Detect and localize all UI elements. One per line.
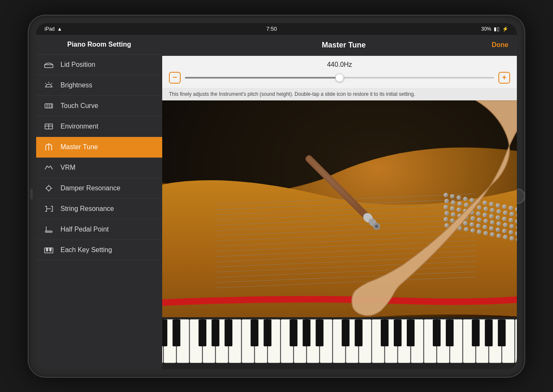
svg-point-114 xyxy=(484,231,488,235)
sidebar-item-vrm[interactable]: VRM xyxy=(36,158,162,178)
svg-point-103 xyxy=(489,226,493,230)
sidebar-item-master-tune[interactable]: Master Tune xyxy=(36,137,162,158)
svg-rect-150 xyxy=(162,319,167,346)
svg-point-54 xyxy=(483,200,487,205)
sidebar-item-each-key[interactable]: Each Key Setting xyxy=(36,240,162,260)
wifi-icon: ▲ xyxy=(57,26,62,32)
svg-point-61 xyxy=(451,200,455,204)
svg-point-88 xyxy=(471,216,475,220)
status-bar: iPad ▲ 7:50 30% ▮▯ ⚡ xyxy=(36,23,517,35)
svg-point-57 xyxy=(502,204,506,208)
svg-point-106 xyxy=(509,230,513,234)
svg-point-67 xyxy=(490,208,494,212)
svg-point-104 xyxy=(496,227,500,232)
svg-point-52 xyxy=(470,198,474,202)
svg-point-117 xyxy=(503,235,507,239)
svg-rect-151 xyxy=(173,319,181,346)
svg-point-82 xyxy=(509,218,513,222)
svg-rect-160 xyxy=(342,319,350,346)
svg-point-78 xyxy=(483,213,487,217)
piano-image-area xyxy=(162,100,517,369)
master-tune-label: Master Tune xyxy=(61,143,98,151)
svg-point-91 xyxy=(490,220,494,224)
svg-point-102 xyxy=(483,225,487,229)
svg-line-14 xyxy=(49,144,52,145)
volume-button xyxy=(30,189,33,200)
svg-point-113 xyxy=(477,229,481,234)
svg-rect-29 xyxy=(50,248,51,251)
svg-point-73 xyxy=(450,206,454,210)
svg-point-62 xyxy=(458,201,462,205)
device-screen: iPad ▲ 7:50 30% ▮▯ ⚡ Piano Room Setting xyxy=(36,23,517,369)
half-pedal-label: Half Pedal Point xyxy=(61,226,109,233)
sidebar-item-touch-curve[interactable]: Touch Curve xyxy=(36,96,162,116)
svg-rect-28 xyxy=(47,248,47,251)
brightness-icon xyxy=(43,81,55,90)
environment-icon xyxy=(43,122,55,131)
slider-decrease-button[interactable]: − xyxy=(169,72,181,84)
svg-rect-0 xyxy=(45,65,53,68)
svg-point-108 xyxy=(445,223,449,227)
damper-resonance-icon xyxy=(43,184,55,193)
svg-rect-154 xyxy=(224,319,232,346)
svg-point-74 xyxy=(457,207,461,211)
device-label: iPad xyxy=(45,26,55,32)
svg-point-89 xyxy=(477,217,481,221)
svg-rect-163 xyxy=(394,319,402,346)
lid-position-label: Lid Position xyxy=(61,61,95,68)
done-button[interactable]: Done xyxy=(492,41,508,49)
slider-thumb[interactable] xyxy=(335,74,344,82)
touch-curve-icon xyxy=(43,101,55,110)
svg-rect-162 xyxy=(381,319,389,346)
svg-point-51 xyxy=(463,197,467,201)
string-resonance-label: String Resonance xyxy=(61,205,114,213)
tune-control: 440.0Hz − + xyxy=(162,56,517,88)
slider-fill xyxy=(185,77,340,79)
svg-rect-167 xyxy=(472,319,480,346)
sidebar-item-damper-resonance[interactable]: Damper Resonance xyxy=(36,178,162,199)
piano-background xyxy=(162,100,517,369)
half-pedal-icon xyxy=(43,225,55,234)
master-tune-icon xyxy=(43,142,55,152)
damper-resonance-label: Damper Resonance xyxy=(61,184,120,192)
sidebar-item-lid-position[interactable]: Lid Position xyxy=(36,55,162,75)
vrm-label: VRM xyxy=(61,164,76,171)
svg-point-111 xyxy=(464,227,468,231)
charging-icon: ⚡ xyxy=(502,26,508,32)
svg-point-96 xyxy=(444,217,448,221)
sidebar-item-brightness[interactable]: Brightness xyxy=(36,75,162,96)
svg-point-116 xyxy=(497,233,501,237)
tune-value: 440.0Hz xyxy=(169,61,510,68)
svg-rect-149 xyxy=(515,319,517,363)
piano-illustration xyxy=(162,100,517,369)
svg-point-16 xyxy=(47,186,51,190)
svg-point-80 xyxy=(496,215,500,219)
sidebar-item-environment[interactable]: Environment xyxy=(36,116,162,137)
battery-icon: ▮▯ xyxy=(494,26,500,32)
svg-point-118 xyxy=(510,236,514,240)
status-time: 7:50 xyxy=(266,26,277,32)
svg-point-48 xyxy=(444,192,448,197)
slider-increase-button[interactable]: + xyxy=(498,72,510,84)
main-content: Piano Room Setting Lid Position xyxy=(36,35,517,369)
svg-point-90 xyxy=(484,218,488,223)
svg-point-112 xyxy=(471,228,475,232)
sidebar-item-half-pedal[interactable]: Half Pedal Point xyxy=(36,219,162,240)
svg-point-56 xyxy=(496,203,500,207)
svg-point-72 xyxy=(444,205,448,209)
svg-rect-166 xyxy=(446,319,454,346)
svg-rect-23 xyxy=(45,248,53,253)
slider-track[interactable] xyxy=(185,77,494,79)
vrm-icon xyxy=(43,163,55,172)
svg-rect-161 xyxy=(355,319,363,346)
tune-description: This finely adjusts the Instrument's pit… xyxy=(162,88,517,100)
svg-point-69 xyxy=(503,210,507,215)
sidebar-item-string-resonance[interactable]: String Resonance xyxy=(36,199,162,219)
svg-point-55 xyxy=(489,202,493,206)
svg-point-94 xyxy=(510,224,514,228)
device-frame: iPad ▲ 7:50 30% ▮▯ ⚡ Piano Room Setting xyxy=(29,16,524,377)
panel-header: Master Tune Done xyxy=(162,35,517,56)
svg-rect-153 xyxy=(211,319,219,346)
status-right: 30% ▮▯ ⚡ xyxy=(481,26,508,32)
svg-point-60 xyxy=(445,199,449,203)
